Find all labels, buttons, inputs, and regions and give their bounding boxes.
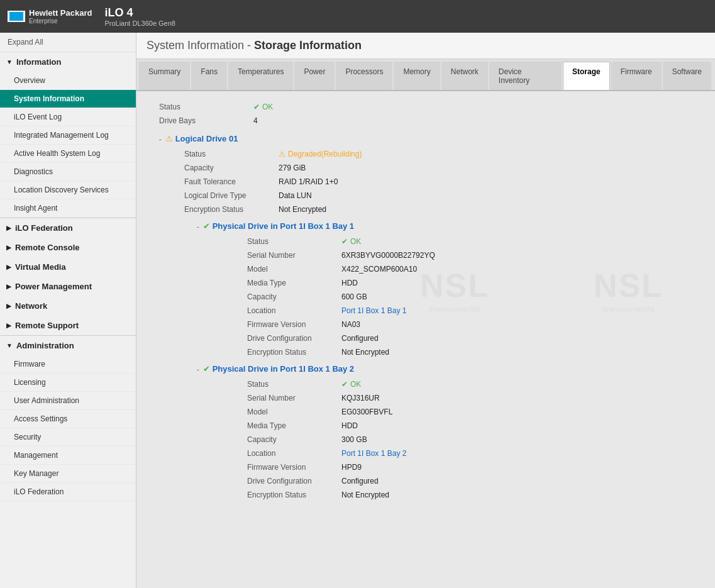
logical-status-label: Status bbox=[184, 150, 279, 158]
arrow-icon: ▼ bbox=[6, 58, 13, 65]
ok-icon bbox=[253, 103, 260, 111]
sidebar-section-label-remote-support: Remote Support bbox=[15, 321, 79, 330]
pd2-serial-row: Serial Number KQJ316UR bbox=[247, 392, 705, 404]
logical-drive-title: Logical Drive 01 bbox=[175, 134, 238, 143]
sidebar-section-power-management: ▶ Power Management bbox=[0, 277, 136, 296]
tab-software[interactable]: Software bbox=[663, 62, 711, 90]
tab-device-inventory[interactable]: Device Inventory bbox=[489, 62, 562, 90]
storage-status-row: Status OK bbox=[159, 101, 705, 113]
ok-circle-icon-1: ✔ bbox=[203, 221, 210, 231]
sidebar-item-insight-agent[interactable]: Insight Agent bbox=[0, 199, 136, 218]
arrow-icon-remote-console: ▶ bbox=[6, 244, 11, 251]
logical-encryption-value: Not Encrypted bbox=[279, 205, 326, 214]
sidebar-section-header-network[interactable]: ▶ Network bbox=[0, 296, 136, 316]
pd2-model-row: Model EG0300FBVFL bbox=[247, 406, 705, 418]
physical-drive-1-toggle[interactable]: - bbox=[197, 223, 199, 230]
hpe-logo-icon bbox=[8, 11, 25, 22]
pd2-status-value: OK bbox=[341, 380, 361, 389]
tab-summary[interactable]: Summary bbox=[139, 62, 190, 90]
sidebar-section-header-remote-console[interactable]: ▶ Remote Console bbox=[0, 238, 136, 257]
logical-fault-tolerance-row: Fault Tolerance RAID 1/RAID 1+0 bbox=[184, 176, 705, 187]
tab-fans[interactable]: Fans bbox=[191, 62, 227, 90]
sidebar-section-label-federation: iLO Federation bbox=[15, 223, 73, 233]
sidebar-item-diagnostics[interactable]: Diagnostics bbox=[0, 163, 136, 181]
logical-drive-section: - ⚠ Logical Drive 01 Status Degraded(Reb… bbox=[159, 134, 705, 501]
expand-all-button[interactable]: Expand All bbox=[0, 33, 136, 52]
sidebar-section-header-power-management[interactable]: ▶ Power Management bbox=[0, 277, 136, 296]
arrow-icon-federation: ▶ bbox=[6, 225, 11, 231]
pd1-status-value: OK bbox=[341, 237, 361, 246]
sidebar-item-active-health-log[interactable]: Active Health System Log bbox=[0, 145, 136, 163]
pd2-location-row: Location Port 1I Box 1 Bay 2 bbox=[247, 448, 705, 459]
sidebar-section-label-information: Information bbox=[16, 57, 62, 67]
logical-status-row: Status Degraded(Rebuilding) bbox=[184, 148, 705, 160]
sidebar-section-header-virtual-media[interactable]: ▶ Virtual Media bbox=[0, 257, 136, 277]
sidebar-section-header-ilo-federation[interactable]: ▶ iLO Federation bbox=[0, 218, 136, 238]
tab-network[interactable]: Network bbox=[441, 62, 488, 90]
pd1-model-row: Model X422_SCOMP600A10 bbox=[247, 263, 705, 275]
sidebar-item-ilo-event-log[interactable]: iLO Event Log bbox=[0, 108, 136, 126]
page-title: System Information - Storage Information bbox=[147, 39, 705, 52]
sidebar-item-overview[interactable]: Overview bbox=[0, 72, 136, 90]
drive-bays-label: Drive Bays bbox=[159, 116, 253, 125]
logical-capacity-label: Capacity bbox=[184, 164, 279, 172]
sidebar-item-ilo-federation-admin[interactable]: iLO Federation bbox=[0, 483, 136, 501]
tab-storage[interactable]: Storage bbox=[563, 62, 610, 90]
logical-drive-details: Status Degraded(Rebuilding) Capacity 279… bbox=[184, 148, 705, 215]
sidebar-item-integrated-mgmt-log[interactable]: Integrated Management Log bbox=[0, 126, 136, 145]
server-name: ProLiant DL360e Gen8 bbox=[104, 19, 175, 27]
logical-encryption-label: Encryption Status bbox=[184, 205, 279, 214]
sidebar-item-licensing[interactable]: Licensing bbox=[0, 374, 136, 392]
logical-drive-type-value: Data LUN bbox=[279, 191, 312, 200]
sidebar-section-label-network: Network bbox=[15, 301, 47, 311]
pd2-encryption-row: Encryption Status Not Encrypted bbox=[247, 489, 705, 501]
pd1-encryption-row: Encryption Status Not Encrypted bbox=[247, 347, 705, 358]
physical-drive-2-details: Status OK Serial Number KQJ316UR Model bbox=[247, 379, 705, 501]
storage-top-status: Status OK Drive Bays 4 bbox=[159, 101, 705, 126]
arrow-icon-virtual-media: ▶ bbox=[6, 263, 11, 270]
drive-bays-value: 4 bbox=[253, 116, 258, 125]
physical-drive-2-header: - ✔ Physical Drive in Port 1I Box 1 Bay … bbox=[197, 364, 705, 374]
tab-bar: Summary Fans Temperatures Power Processo… bbox=[136, 59, 715, 91]
sidebar-item-security[interactable]: Security bbox=[0, 428, 136, 447]
pd1-drive-config-row: Drive Configuration Configured bbox=[247, 333, 705, 344]
tab-processors[interactable]: Processors bbox=[336, 62, 392, 90]
pd2-drive-config-row: Drive Configuration Configured bbox=[247, 475, 705, 487]
header: Hewlett Packard Enterprise iLO 4 ProLian… bbox=[0, 0, 715, 33]
sidebar-section-header-remote-support[interactable]: ▶ Remote Support bbox=[0, 316, 136, 335]
warn-icon bbox=[279, 150, 285, 158]
sidebar-item-management[interactable]: Management bbox=[0, 447, 136, 465]
logical-fault-label: Fault Tolerance bbox=[184, 177, 279, 186]
physical-drive-2-toggle[interactable]: - bbox=[197, 365, 199, 373]
sidebar-section-virtual-media: ▶ Virtual Media bbox=[0, 257, 136, 277]
pd2-media-type-row: Media Type HDD bbox=[247, 420, 705, 431]
tab-memory[interactable]: Memory bbox=[394, 62, 440, 90]
tab-temperatures[interactable]: Temperatures bbox=[228, 62, 293, 90]
status-label: Status bbox=[159, 103, 253, 111]
sidebar-section-remote-console: ▶ Remote Console bbox=[0, 238, 136, 257]
ok-icon-pd1 bbox=[341, 237, 348, 246]
sidebar-section-label-power-management: Power Management bbox=[15, 282, 92, 291]
tab-firmware[interactable]: Firmware bbox=[611, 62, 662, 90]
main-content: Status OK Drive Bays 4 - ⚠ Logical Drive… bbox=[136, 91, 715, 588]
sidebar-section-ilo-federation: ▶ iLO Federation bbox=[0, 218, 136, 238]
tab-power[interactable]: Power bbox=[294, 62, 335, 90]
physical-drive-1-section: - ✔ Physical Drive in Port 1I Box 1 Bay … bbox=[197, 221, 705, 358]
sidebar-section-network: ▶ Network bbox=[0, 296, 136, 316]
sidebar-item-system-information[interactable]: System Information bbox=[0, 90, 136, 108]
sidebar-section-remote-support: ▶ Remote Support bbox=[0, 316, 136, 335]
sidebar-item-key-manager[interactable]: Key Manager bbox=[0, 465, 136, 483]
page-header: System Information - Storage Information bbox=[136, 33, 715, 59]
arrow-icon-network: ▶ bbox=[6, 302, 11, 309]
sidebar-item-access-settings[interactable]: Access Settings bbox=[0, 410, 136, 428]
logical-drive-toggle[interactable]: - bbox=[159, 135, 162, 143]
sidebar-section-header-administration[interactable]: ▼ Administration bbox=[0, 336, 136, 355]
sidebar-item-user-administration[interactable]: User Administration bbox=[0, 392, 136, 410]
product-name: iLO 4 bbox=[104, 6, 175, 19]
sidebar-item-firmware[interactable]: Firmware bbox=[0, 355, 136, 374]
sidebar-section-header-information[interactable]: ▼ Information bbox=[0, 52, 136, 72]
sidebar-item-location-discovery[interactable]: Location Discovery Services bbox=[0, 181, 136, 199]
pd1-capacity-row: Capacity 600 GB bbox=[247, 291, 705, 302]
main-layout: Expand All ▼ Information Overview System… bbox=[0, 33, 715, 588]
sidebar-section-label-virtual-media: Virtual Media bbox=[15, 262, 66, 272]
